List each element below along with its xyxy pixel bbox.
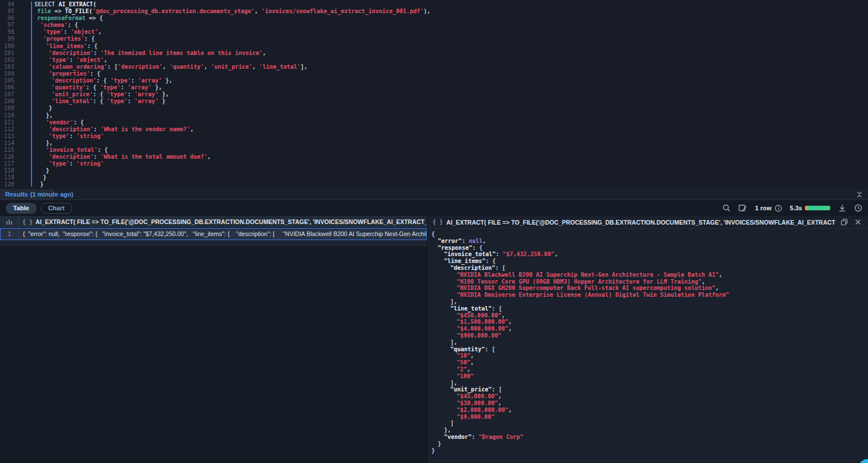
line-number: 98 (0, 29, 14, 36)
results-label: Results (5, 191, 28, 198)
sql-code: 94SELECT AI_EXTRACT(95file => TO_FILE('@… (0, 0, 868, 189)
json-line: "2", (431, 366, 868, 373)
results-tab[interactable]: Results (1 minute ago) (0, 189, 54, 199)
json-line: "NVIDIA Blackwell B200 AI Superchip Next… (431, 272, 868, 278)
column-header-ai-extract[interactable]: { } AI_EXTRACT( FILE => TO_FILE('@DOC_PR… (19, 216, 427, 227)
json-line: ] (431, 420, 868, 427)
json-line: ], (431, 339, 868, 346)
json-line: "vendor": "Dragon Corp" (431, 434, 868, 441)
code-line: 109} (0, 105, 868, 112)
code-line: 107'unit_price': { 'type': 'array' }, (0, 91, 868, 98)
json-line: ], (431, 299, 868, 305)
results-bar: Results (1 minute ago) (0, 189, 868, 200)
code-line: 120} (0, 181, 868, 188)
line-number: 110 (0, 112, 14, 119)
code-line: 100'line_items': { (0, 43, 868, 50)
results-toolbar: Table Chart 1 row 5.3s (0, 200, 868, 216)
json-line: "H100 Tensor Core GPU (80GB HBM3) Hopper… (431, 278, 868, 285)
json-line: "line_items": { (431, 258, 868, 265)
code-line: 112'description': 'What is the vendor na… (0, 126, 868, 133)
copy-button[interactable] (839, 217, 849, 227)
json-line: { (431, 231, 868, 238)
results-content: { } AI_EXTRACT( FILE => TO_FILE('@DOC_PR… (0, 216, 868, 463)
line-number: 103 (0, 64, 14, 70)
line-number: 112 (0, 126, 14, 133)
line-number: 117 (0, 160, 14, 167)
row-number: 1 (1, 229, 19, 240)
json-line: "$45,000.00", (431, 393, 868, 400)
json-line: "$900,000.00" (431, 332, 868, 339)
line-number: 101 (0, 50, 14, 57)
collapse-icon (857, 191, 862, 198)
json-line: }, (431, 427, 868, 434)
code-line: 115'invoice_total': { (0, 147, 868, 154)
row-number-column-header[interactable] (0, 216, 19, 227)
line-number: 108 (0, 98, 14, 105)
json-line: "$450,000.00", (431, 312, 868, 319)
edit-columns-icon[interactable] (739, 204, 747, 212)
results-bar-spacer (54, 189, 851, 199)
close-button[interactable] (853, 217, 863, 227)
table-row[interactable]: 1 { "error": null, "response": { "invoic… (0, 228, 427, 240)
code-line: 106'quantity': { 'type': 'array' }, (0, 84, 868, 91)
code-line: 103'column_ordering': ['description', 'q… (0, 64, 868, 70)
sql-editor[interactable]: 94SELECT AI_EXTRACT(95file => TO_FILE('@… (0, 0, 868, 189)
json-line: "invoice_total": "$7,432,250.00", (431, 251, 868, 258)
line-number: 99 (0, 36, 14, 42)
search-icon[interactable] (722, 204, 730, 212)
line-number: 115 (0, 147, 14, 154)
line-number: 97 (0, 22, 14, 29)
table-empty-area (0, 246, 427, 463)
json-line: "NVIDIA DGX GH200 Supercomputer Rack Ful… (431, 285, 868, 292)
collapse-results-button[interactable] (851, 189, 868, 199)
code-line: 113'type': 'string' (0, 133, 868, 140)
code-line: 95file => TO_FILE('@doc_processing_db.ex… (0, 8, 868, 15)
json-line: "response": { (431, 245, 868, 252)
info-icon[interactable] (775, 205, 782, 212)
code-line: 111'vendor': { (0, 119, 868, 126)
row-json-preview[interactable]: { "error": null, "response": { "invoice_… (19, 229, 426, 240)
json-line: "description": [ (431, 265, 868, 272)
code-line: 108'line_total': { 'type': 'array' } (0, 98, 868, 105)
code-line: 119} (0, 174, 868, 181)
toolbar-right: 1 row 5.3s (722, 204, 862, 212)
row-count-label: 1 row (755, 205, 772, 211)
download-icon[interactable] (838, 204, 846, 212)
code-line: 110}, (0, 112, 868, 119)
cell-detail-panel: { } AI_EXTRACT( FILE => TO_FILE('@DOC_PR… (427, 216, 868, 463)
view-tabs: Table Chart (6, 203, 72, 214)
line-number: 104 (0, 70, 14, 77)
object-type-icon: { } (433, 219, 443, 225)
line-number: 109 (0, 105, 14, 112)
json-line: "$2,000,000.00", (431, 407, 868, 414)
query-history-clock-icon[interactable] (854, 204, 862, 212)
code-line: 117'type': 'string' (0, 160, 868, 167)
duration-segment-execute (807, 206, 830, 210)
results-table: { } AI_EXTRACT( FILE => TO_FILE('@DOC_PR… (0, 216, 427, 463)
json-line: "error": null, (431, 238, 868, 245)
code-line: 104'properties': { (0, 70, 868, 77)
table-header-row: { } AI_EXTRACT( FILE => TO_FILE('@DOC_PR… (0, 216, 427, 228)
code-line: 116'description': 'What is the total amo… (0, 154, 868, 160)
tab-chart[interactable]: Chart (41, 203, 72, 214)
code-line: 114}, (0, 140, 868, 147)
json-line: "$30,000.00", (431, 400, 868, 407)
query-duration: 5.3s (790, 205, 830, 211)
code-line: 97'schema': { (0, 22, 868, 29)
column-header-text: AI_EXTRACT( FILE => TO_FILE('@DOC_PROCES… (36, 218, 427, 225)
table-scrollbar-track[interactable] (0, 240, 427, 246)
cell-json-content[interactable]: {"error": null,"response": {"invoice_tot… (427, 229, 868, 463)
line-number: 114 (0, 140, 14, 147)
duration-breakdown-bar[interactable] (805, 206, 830, 210)
json-line: } (431, 441, 868, 448)
line-number: 102 (0, 57, 14, 64)
line-number: 118 (0, 167, 14, 174)
line-number: 106 (0, 84, 14, 91)
tab-table[interactable]: Table (6, 203, 37, 214)
json-line: } (431, 448, 868, 454)
line-number: 116 (0, 154, 14, 160)
json-line: "unit_price": [ (431, 386, 868, 393)
line-number: 113 (0, 133, 14, 140)
code-line: 118} (0, 167, 868, 174)
line-number: 105 (0, 77, 14, 84)
